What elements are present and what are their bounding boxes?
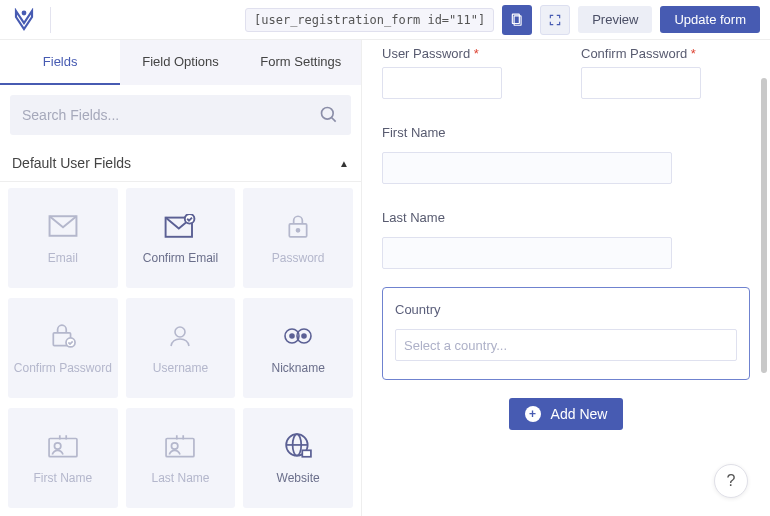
svg-point-16	[302, 334, 306, 338]
help-button[interactable]: ?	[714, 464, 748, 498]
divider	[50, 7, 51, 33]
update-form-button[interactable]: Update form	[660, 6, 760, 33]
field-label-user-password: User Password *	[382, 46, 551, 61]
svg-rect-23	[302, 450, 311, 456]
tile-label: Nickname	[271, 361, 324, 375]
search-icon	[319, 105, 339, 125]
last-name-input[interactable]	[382, 237, 672, 269]
tile-label: First Name	[33, 471, 92, 485]
expand-icon	[548, 13, 562, 27]
add-new-row-button[interactable]: + Add New	[509, 398, 624, 430]
tab-field-options[interactable]: Field Options	[120, 40, 240, 85]
search-input[interactable]	[22, 107, 319, 123]
tab-form-settings[interactable]: Form Settings	[241, 40, 361, 85]
field-tile-last-name[interactable]: Last Name	[126, 408, 236, 508]
tile-label: Email	[48, 251, 78, 265]
svg-point-20	[172, 443, 178, 449]
shortcode-display: [user_registration_form id="11"]	[245, 8, 494, 32]
svg-line-4	[332, 118, 336, 122]
tile-label: Password	[272, 251, 325, 265]
tile-label: Username	[153, 361, 208, 375]
id-card-icon	[48, 431, 78, 461]
field-tile-email[interactable]: Email	[8, 188, 118, 288]
confirm-password-input[interactable]	[581, 67, 701, 99]
user-password-input[interactable]	[382, 67, 502, 99]
id-card-icon	[165, 431, 195, 461]
field-label-first-name: First Name	[382, 125, 750, 140]
lock-icon	[285, 211, 311, 241]
country-select[interactable]	[395, 329, 737, 361]
preview-button[interactable]: Preview	[578, 6, 652, 33]
field-grid: EmailConfirm EmailPasswordConfirm Passwo…	[0, 182, 361, 516]
tile-label: Last Name	[151, 471, 209, 485]
tile-label: Website	[277, 471, 320, 485]
left-panel: Fields Field Options Form Settings Defau…	[0, 40, 362, 516]
chevron-up-icon: ▲	[339, 158, 349, 169]
section-title: Default User Fields	[12, 155, 131, 171]
globe-icon	[284, 431, 312, 461]
field-tile-website[interactable]: Website	[243, 408, 353, 508]
panel-tabs: Fields Field Options Form Settings	[0, 40, 361, 85]
user-icon	[168, 321, 192, 351]
field-tile-password[interactable]: Password	[243, 188, 353, 288]
clipboard-icon	[510, 13, 524, 27]
app-logo	[10, 6, 38, 34]
svg-point-9	[297, 229, 300, 232]
field-tile-first-name[interactable]: First Name	[8, 408, 118, 508]
field-label-last-name: Last Name	[382, 210, 750, 225]
field-tile-confirm-email[interactable]: Confirm Email	[126, 188, 236, 288]
field-label-country: Country	[395, 302, 737, 317]
field-tile-confirm-password[interactable]: Confirm Password	[8, 298, 118, 398]
svg-point-3	[322, 108, 334, 120]
svg-point-18	[54, 443, 60, 449]
required-icon: *	[691, 46, 696, 61]
fullscreen-button[interactable]	[540, 5, 570, 35]
mail-icon	[48, 211, 78, 241]
question-icon: ?	[727, 472, 736, 490]
selected-field-country[interactable]: Country	[382, 287, 750, 380]
field-label-confirm-password: Confirm Password *	[581, 46, 750, 61]
add-new-label: Add New	[551, 406, 608, 422]
field-tile-nickname[interactable]: Nickname	[243, 298, 353, 398]
first-name-input[interactable]	[382, 152, 672, 184]
tile-label: Confirm Password	[14, 361, 112, 375]
svg-point-12	[175, 327, 185, 337]
form-canvas: User Password * Confirm Password * First…	[362, 40, 770, 516]
top-toolbar: [user_registration_form id="11"] Preview…	[0, 0, 770, 40]
section-default-user-fields[interactable]: Default User Fields ▲	[0, 145, 361, 182]
field-tile-username[interactable]: Username	[126, 298, 236, 398]
plus-icon: +	[525, 406, 541, 422]
tile-label: Confirm Email	[143, 251, 218, 265]
svg-point-15	[290, 334, 294, 338]
eyes-icon	[283, 321, 313, 351]
mail-check-icon	[164, 211, 196, 241]
svg-point-0	[22, 10, 27, 15]
required-icon: *	[474, 46, 479, 61]
lock-check-icon	[49, 321, 77, 351]
tab-fields[interactable]: Fields	[0, 40, 120, 85]
canvas-scrollbar[interactable]	[761, 78, 767, 373]
copy-shortcode-button[interactable]	[502, 5, 532, 35]
search-box	[10, 95, 351, 135]
